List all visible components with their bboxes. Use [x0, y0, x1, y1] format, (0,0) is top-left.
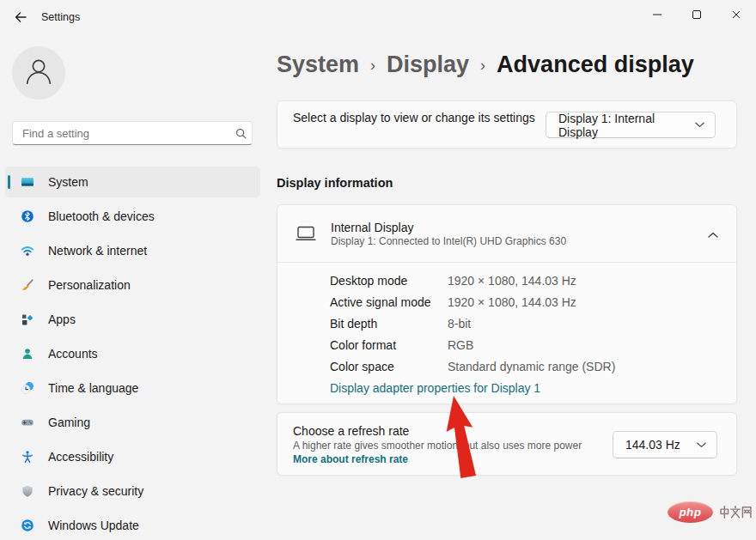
breadcrumb-separator-icon: ›	[480, 57, 485, 75]
refresh-rate-link[interactable]: More about refresh rate	[293, 452, 582, 466]
sidebar-item-label: Bluetooth & devices	[48, 209, 155, 223]
detail-value: 1920 × 1080, 144.03 Hz	[448, 295, 576, 309]
select-display-label: Select a display to view or change its s…	[293, 110, 551, 125]
watermark-text	[719, 505, 752, 519]
accounts-icon	[21, 347, 34, 361]
detail-row: Color format RGB	[277, 334, 736, 355]
sidebar-item-network-internet[interactable]: Network & internet	[5, 235, 260, 266]
detail-value: Standard dynamic range (SDR)	[448, 360, 615, 373]
detail-label: Active signal mode	[330, 295, 448, 309]
sidebar-item-label: Accounts	[48, 347, 98, 361]
selected-indicator	[8, 175, 10, 189]
display-information-title: Display information	[277, 176, 393, 190]
sidebar-item-label: Apps	[48, 312, 76, 326]
network-icon	[21, 244, 34, 258]
sidebar-item-label: Time & language	[48, 381, 138, 395]
detail-row: Bit depth 8-bit	[277, 312, 736, 334]
detail-label: Bit depth	[330, 317, 448, 331]
minimize-button[interactable]	[637, 0, 677, 31]
refresh-rate-value: 144.03 Hz	[625, 438, 680, 452]
refresh-rate-subtitle: A higher rate gives smoother motion, but…	[293, 439, 582, 452]
watermark-logo: php	[668, 501, 713, 523]
sidebar-item-bluetooth-devices[interactable]: Bluetooth & devices	[5, 201, 260, 232]
sidebar-item-accounts[interactable]: Accounts	[5, 338, 260, 369]
sidebar-item-label: Windows Update	[48, 519, 139, 532]
collapse-button[interactable]	[704, 224, 722, 243]
breadcrumb-separator-icon: ›	[370, 57, 375, 75]
minimize-icon	[652, 8, 662, 23]
bluetooth-icon	[21, 209, 34, 223]
refresh-rate-card: Choose a refresh rate A higher rate give…	[277, 412, 737, 476]
display-info-card: Internal Display Display 1: Connected to…	[277, 204, 737, 404]
device-subtitle: Display 1: Connected to Intel(R) UHD Gra…	[331, 235, 566, 248]
detail-row: Active signal mode 1920 × 1080, 144.03 H…	[277, 291, 736, 312]
display-select-dropdown[interactable]: Display 1: Internal Display	[546, 112, 716, 138]
sidebar-item-privacy-security[interactable]: Privacy & security	[5, 476, 260, 507]
breadcrumb: System › Display › Advanced display	[277, 49, 694, 80]
back-button[interactable]	[7, 5, 34, 33]
sidebar-item-personalization[interactable]: Personalization	[5, 270, 260, 300]
sidebar-item-label: Gaming	[48, 416, 90, 429]
sidebar-item-windows-update[interactable]: Windows Update	[5, 510, 260, 540]
maximize-icon	[692, 8, 702, 23]
time-language-icon	[21, 381, 34, 395]
display-info-header[interactable]: Internal Display Display 1: Connected to…	[277, 205, 736, 262]
windows-update-icon	[21, 519, 34, 532]
chevron-down-icon	[697, 442, 706, 448]
personalization-icon	[21, 278, 34, 292]
detail-value: RGB	[448, 338, 473, 352]
close-icon	[731, 8, 741, 23]
accessibility-icon	[21, 450, 34, 464]
sidebar-item-label: Accessibility	[48, 450, 113, 464]
privacy-security-icon	[21, 484, 34, 498]
sidebar-item-time-language[interactable]: Time & language	[5, 373, 260, 403]
device-title: Internal Display	[331, 220, 566, 235]
maximize-button[interactable]	[677, 0, 716, 31]
titlebar: Settings	[0, 0, 756, 34]
close-button[interactable]	[716, 0, 756, 31]
sidebar-nav: System Bluetooth & devices Network & int…	[5, 167, 260, 540]
sidebar-item-accessibility[interactable]: Accessibility	[5, 441, 260, 472]
page-title: Advanced display	[497, 52, 694, 78]
sidebar-item-label: Privacy & security	[48, 484, 143, 498]
sidebar-item-apps[interactable]: Apps	[5, 304, 260, 335]
search-icon	[229, 127, 252, 140]
search-box	[12, 121, 253, 145]
detail-row: Desktop mode 1920 × 1080, 144.03 Hz	[277, 270, 736, 291]
refresh-rate-dropdown[interactable]: 144.03 Hz	[613, 431, 717, 458]
sidebar-item-label: Personalization	[48, 278, 131, 292]
detail-label: Color space	[330, 360, 448, 373]
apps-icon	[21, 312, 34, 326]
sidebar-item-gaming[interactable]: Gaming	[5, 407, 260, 438]
detail-row: Color space Standard dynamic range (SDR)	[277, 355, 736, 377]
window-title: Settings	[41, 0, 80, 34]
sidebar-item-label: System	[48, 175, 88, 189]
detail-label: Desktop mode	[330, 274, 448, 288]
select-display-card: Select a display to view or change its s…	[277, 100, 737, 149]
display-icon	[295, 225, 317, 242]
sidebar-item-label: Network & internet	[48, 244, 147, 258]
display-select-value: Display 1: Internal Display	[558, 112, 695, 139]
refresh-rate-title: Choose a refresh rate	[293, 423, 582, 439]
sidebar-item-system[interactable]: System	[5, 167, 260, 197]
chevron-up-icon	[708, 226, 718, 241]
detail-label: Color format	[330, 338, 448, 352]
chevron-down-icon	[695, 122, 704, 128]
breadcrumb-display[interactable]: Display	[387, 52, 469, 78]
display-info-details: Desktop mode 1920 × 1080, 144.03 Hz Acti…	[277, 262, 736, 403]
detail-value: 8-bit	[448, 317, 471, 331]
detail-value: 1920 × 1080, 144.03 Hz	[448, 274, 576, 288]
gaming-icon	[21, 416, 34, 429]
back-arrow-icon	[14, 10, 27, 27]
watermark: php	[668, 501, 752, 523]
system-icon	[21, 175, 34, 189]
avatar[interactable]	[12, 46, 65, 100]
breadcrumb-system[interactable]: System	[277, 52, 359, 78]
search-input[interactable]	[13, 127, 229, 140]
adapter-properties-link[interactable]: Display adapter properties for Display 1	[330, 381, 540, 395]
user-icon	[19, 52, 58, 94]
